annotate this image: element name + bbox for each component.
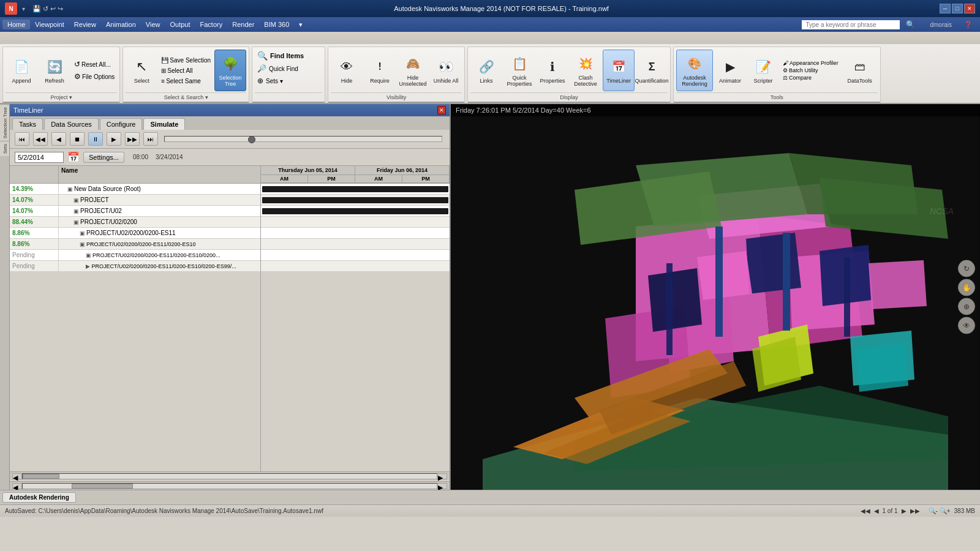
nav-pan-button[interactable]: ✋ (958, 279, 975, 296)
tab-tasks[interactable]: Tasks (12, 118, 43, 130)
playback-pause-button[interactable]: ⏸ (88, 132, 103, 146)
tab-data-sources[interactable]: Data Sources (44, 118, 99, 130)
timeline-row (261, 250, 450, 261)
minimize-button[interactable]: ─ (940, 4, 951, 13)
batch-utility-button[interactable]: ⚙ Batch Utility (783, 67, 839, 73)
menu-viewpoint[interactable]: Viewpoint (30, 20, 69, 29)
playback-ff-button[interactable]: ▶▶ (125, 132, 140, 146)
scroll-left-button[interactable]: ◀ (12, 473, 22, 479)
scroll-right-button-2[interactable]: ▶ (437, 483, 447, 489)
clash-detective-button[interactable]: 💥 Clash Detective (570, 50, 601, 91)
scroll-track[interactable] (22, 473, 437, 479)
find-items-button[interactable]: 🔍 Find Items (257, 50, 304, 62)
window-controls[interactable]: ─ □ ✕ (940, 4, 975, 13)
file-options-button[interactable]: ⚙ File Options (72, 71, 117, 82)
tab-configure[interactable]: Configure (100, 118, 143, 130)
select-icon: ↖ (132, 57, 151, 77)
timeliner-close-button[interactable]: ✕ (437, 106, 446, 114)
nav-back-button[interactable]: ◀ (874, 508, 879, 514)
autodesk-rendering-button[interactable]: 🎨 Autodesk Rendering (676, 50, 713, 91)
grid-horizontal-scrollbar[interactable]: ◀ ▶ (10, 471, 450, 480)
compare-button[interactable]: ⚖ Compare (783, 75, 839, 81)
settings-button[interactable]: Settings... (83, 152, 124, 163)
append-button[interactable]: 📄 Append (6, 50, 37, 91)
timeline-slider-thumb[interactable] (248, 136, 255, 143)
playback-start-button[interactable]: ⏮ (15, 132, 29, 146)
table-row[interactable]: 8.86% ▣PROJECT/U02/0200/0200-ES11 (10, 228, 260, 239)
datatools-button[interactable]: 🗃 DataTools (842, 50, 878, 91)
save-selection-button[interactable]: 💾 Save Selection (159, 56, 213, 65)
nav-orbit-button[interactable]: ↻ (958, 260, 975, 277)
timeliner-button[interactable]: 📅 TimeLiner (603, 50, 635, 91)
quantification-button[interactable]: Σ Quantification (636, 50, 668, 91)
table-row[interactable]: Pending ▣PROJECT/U02/0200/0200-ES11/0200… (10, 250, 260, 261)
table-row[interactable]: Pending ▶ PROJECT/U02/0200/0200-ES11/020… (10, 261, 260, 272)
quick-find-button[interactable]: 🔎 Quick Find (257, 63, 298, 74)
selection-tree-button[interactable]: 🌳 Selection Tree (214, 50, 246, 91)
scroll-track-2[interactable] (22, 483, 437, 489)
zoom-out-button[interactable]: 🔍- (929, 508, 938, 514)
properties-button[interactable]: ℹ Properties (537, 50, 568, 91)
menu-home[interactable]: Home (2, 20, 30, 29)
menu-bim360[interactable]: BIM 360 (259, 20, 294, 29)
nav-forward-button[interactable]: ▶ (902, 508, 907, 514)
playback-play-button[interactable]: ▶ (107, 132, 121, 146)
simulation-date-input[interactable] (15, 152, 64, 163)
tab-simulate[interactable]: Simulate (143, 118, 185, 130)
autodesk-rendering-tab[interactable]: Autodesk Rendering (2, 492, 76, 503)
table-row[interactable]: 8.86% ▣PROJECT/U02/0200/0200-ES11/0200-E… (10, 239, 260, 250)
table-row[interactable]: 88.44% ▣PROJECT/U02/0200 (10, 217, 260, 228)
table-row[interactable]: 14.07% ▣PROJECT (10, 195, 260, 206)
menu-animation[interactable]: Animation (101, 20, 141, 29)
sets-tab[interactable]: Sets (0, 141, 9, 156)
menu-factory[interactable]: Factory (195, 20, 228, 29)
playback-rewind-fast-button[interactable]: ◀◀ (33, 132, 48, 146)
menu-render[interactable]: Render (227, 20, 259, 29)
close-button[interactable]: ✕ (964, 4, 975, 13)
menu-more[interactable]: ▾ (294, 20, 307, 30)
grid-horizontal-scrollbar-2[interactable]: ◀ ▶ (10, 481, 450, 490)
require-icon: ! (370, 57, 390, 77)
hide-unselected-button[interactable]: 🙈 Hide Unselected (397, 50, 429, 91)
hide-button[interactable]: 👁 Hide (331, 50, 363, 91)
nav-next-button[interactable]: ▶▶ (910, 508, 920, 514)
selection-tree-tab[interactable]: Selection Tree (0, 104, 9, 141)
playback-end-button[interactable]: ⏭ (143, 132, 158, 146)
refresh-button[interactable]: 🔄 Refresh (39, 50, 70, 91)
select-same-button[interactable]: ≡ Select Same (159, 77, 213, 86)
select-all-button[interactable]: ⊞ Select All (159, 66, 213, 75)
select-button[interactable]: ↖ Select (126, 50, 157, 91)
timeline-slider[interactable] (164, 136, 442, 142)
links-button[interactable]: 🔗 Links (470, 50, 502, 91)
table-row[interactable]: 14.07% ▣PROJECT/U02 (10, 206, 260, 217)
zoom-in-button[interactable]: 🔍+ (940, 508, 951, 514)
svg-rect-27 (715, 227, 723, 337)
menu-view[interactable]: View (141, 20, 165, 29)
help-button[interactable]: ❓ (959, 20, 978, 30)
require-button[interactable]: ! Require (364, 50, 396, 91)
quick-properties-button[interactable]: 📋 Quick Properties (503, 50, 535, 91)
nav-prev-button[interactable]: ◀◀ (861, 508, 870, 514)
sets-button[interactable]: ⊕ Sets ▾ (257, 75, 283, 86)
appearance-profiler-button[interactable]: 🖌 Appearance Profiler (783, 60, 839, 66)
reset-all-button[interactable]: ↺ Reset All... (72, 59, 117, 70)
table-row[interactable]: 14.39% ▣New Data Source (Root) (10, 184, 260, 195)
nav-look-button[interactable]: 👁 (958, 317, 975, 334)
calendar-icon[interactable]: 📅 (67, 151, 80, 163)
3d-viewport-canvas[interactable]: NCSA (451, 104, 980, 490)
scroll-left-button-2[interactable]: ◀ (12, 483, 22, 489)
scripter-button[interactable]: 📝 Scripter (747, 50, 779, 91)
menu-output[interactable]: Output (165, 20, 195, 29)
scroll-right-button[interactable]: ▶ (437, 473, 447, 479)
ribbon-content: 📄 Append 🔄 Refresh ↺ Reset All... ⚙ File… (0, 44, 980, 103)
viewport[interactable]: Friday 7:26:01 PM 5/2/2014 Day=40 Week=6 (451, 104, 980, 490)
batch-utility-icon: ⚙ (783, 67, 788, 73)
unhide-all-button[interactable]: 👀 Unhide All (430, 50, 462, 91)
animator-button[interactable]: ▶ Animator (714, 50, 746, 91)
nav-zoom-button[interactable]: ⊕ (958, 298, 975, 315)
ribbon-search-input[interactable] (802, 20, 900, 29)
menu-review[interactable]: Review (69, 20, 101, 29)
playback-rewind-button[interactable]: ◀ (51, 132, 66, 146)
maximize-button[interactable]: □ (952, 4, 963, 13)
playback-stop-button[interactable]: ⏹ (70, 132, 85, 146)
